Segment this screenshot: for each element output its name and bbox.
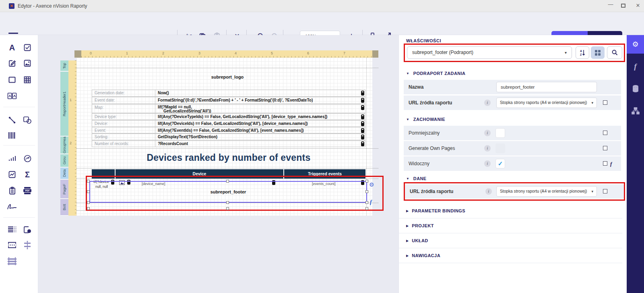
info-row[interactable]: Map: Iif(?MapId == null,GetLocalizedStri… [92, 104, 365, 113]
report-title-element[interactable]: Devices ranked by number of events [92, 152, 365, 163]
data-source-dock-icon[interactable] [627, 79, 644, 98]
section-parameter-bindings[interactable]: ▶ PARAMETER BINDINGS [399, 204, 622, 218]
ruler-tick-label: 2 [162, 51, 164, 55]
band-group-header[interactable]: GroupHea [60, 137, 68, 154]
selection-handle[interactable] [226, 201, 229, 204]
section-nawigacja[interactable]: ▶ NAWIGACJA [399, 248, 622, 263]
gauge-tool-icon[interactable] [22, 153, 33, 164]
section-projekt[interactable]: ▶ PROJEKT [399, 218, 622, 233]
selection-handle[interactable] [226, 207, 229, 210]
search-button[interactable] [607, 46, 622, 59]
selection-handle[interactable] [87, 207, 90, 210]
spacing-tool-icon[interactable] [22, 240, 33, 250]
expressions-dock-icon[interactable]: f [627, 57, 644, 76]
subreport-logo-element[interactable]: subreport_logo [161, 75, 294, 79]
property-marker-checkbox[interactable] [603, 161, 607, 166]
properties-dock-gear-icon[interactable]: ⚙ [627, 35, 644, 54]
element-selector-dropdown[interactable]: subreport_footer (Podraport) ▾ [407, 46, 572, 59]
element-tasks-gear-icon[interactable]: ⚙ [369, 181, 374, 188]
selection-handle[interactable] [87, 190, 90, 193]
svg-text:A: A [580, 50, 582, 52]
signature-tool-icon[interactable] [7, 202, 17, 212]
band-strip: Top ReportHeader1 GroupHea Grou Deta Pag… [60, 60, 68, 216]
minimize-button[interactable]: — [606, 1, 615, 7]
info-row[interactable]: Generation date: Now() [92, 89, 365, 97]
checkbox-tool-icon[interactable] [22, 42, 33, 53]
element-expression-icon[interactable]: f [370, 199, 372, 206]
pagebreak-tool-icon[interactable] [7, 240, 17, 250]
selection-handle[interactable] [87, 201, 90, 204]
pdf-tool-icon[interactable]: PDF [22, 185, 33, 196]
close-button[interactable]: ✕ [634, 2, 642, 8]
band-separator [76, 168, 378, 168]
summary-tool-icon[interactable]: Σ [22, 169, 33, 180]
report-structure-dock-icon[interactable] [627, 102, 644, 120]
shapes-tool-icon[interactable] [22, 115, 33, 125]
crossband-tool-icon[interactable] [7, 256, 17, 266]
label-tool-icon[interactable]: A [7, 42, 17, 53]
band-group-footer[interactable]: Grou [60, 154, 68, 167]
info-row[interactable]: Number of records: ?RecordsCount [92, 140, 365, 147]
selection-handle[interactable] [226, 180, 229, 183]
band-report-header[interactable]: ReportHeader1 [60, 72, 68, 136]
band-top-margin[interactable]: Top [60, 60, 68, 71]
info-row[interactable]: Sorting: GetDisplayText(?SortDirection) [92, 133, 365, 140]
shape-tool-icon[interactable] [7, 75, 17, 85]
toolbox-separator [3, 145, 35, 145]
richtext-tool-icon[interactable] [7, 58, 17, 69]
section-closed-icon: ▶ [406, 239, 409, 243]
property-marker-checkbox[interactable] [603, 189, 607, 193]
property-row-pomniejszalny: Pomniejszalny i [404, 126, 621, 140]
selection-handle[interactable] [365, 207, 368, 210]
info-row[interactable]: Device: Iif(Any(?DeviceIds) == False, Ge… [92, 120, 365, 127]
section-uklad[interactable]: ▶ UKŁAD [399, 233, 622, 248]
widoczny-checkbox[interactable]: ✓ [495, 159, 505, 168]
info-icon[interactable]: i [484, 160, 491, 167]
selection-handle[interactable] [365, 190, 368, 193]
info-row[interactable]: Event: Iif(Any(?EventIds) == False, GetL… [92, 127, 365, 133]
section-podraport-zadania[interactable]: ▼ PODRAPORT ZADANIA [406, 71, 465, 76]
info-row[interactable]: Event date: FormatString('{0:d}',?EventD… [92, 97, 365, 104]
pageinfo-tool-icon[interactable]: i [22, 224, 33, 235]
expression-f-icon[interactable]: f [610, 161, 612, 167]
info-icon[interactable]: i [484, 145, 491, 152]
band-detail[interactable]: Deta [60, 168, 68, 179]
property-marker-checkbox[interactable] [603, 146, 607, 150]
section-zachowanie[interactable]: ▼ ZACHOWANIE [406, 117, 445, 122]
url-zrodla-dane-dropdown[interactable]: Stopka strony raportu (A4 w orientacji p… [496, 186, 597, 197]
property-marker-checkbox[interactable] [603, 131, 607, 135]
info-icon[interactable]: i [485, 188, 492, 195]
sort-alphabetical-button[interactable]: AZ [576, 46, 589, 59]
nazwa-input[interactable] [496, 82, 597, 92]
pomniejszalny-checkbox[interactable] [495, 128, 505, 138]
band-page-footer[interactable]: PageF [60, 180, 68, 199]
info-row[interactable]: Device type: Iif(Any(?DeviceTypeIds) == … [92, 113, 365, 120]
selection-handle[interactable] [365, 201, 368, 204]
subreport-footer-label: subreport_footer [90, 189, 366, 194]
binding-icon [361, 98, 364, 103]
element-selector-value: subreport_footer (Podraport) [412, 50, 473, 55]
maximize-button[interactable] [621, 4, 625, 8]
property-marker-checkbox[interactable] [603, 100, 607, 105]
category-view-button[interactable] [591, 46, 605, 59]
selection-handle[interactable] [87, 180, 90, 183]
chart-tool-icon[interactable] [7, 153, 17, 164]
property-row-widoczny: Widoczny i ✓ f [404, 156, 621, 171]
subreport-tool-icon[interactable] [7, 224, 17, 235]
section-dane[interactable]: ▼ DANE [406, 176, 427, 181]
info-icon[interactable]: i [484, 100, 491, 106]
url-zrodla-dropdown[interactable]: Stopka strony raportu (A4 w orientacji p… [496, 98, 597, 108]
binding-icon [361, 105, 364, 110]
info-icon[interactable]: i [484, 130, 491, 136]
picture-tool-icon[interactable] [22, 58, 33, 69]
subreport-footer-element[interactable]: subreport_footer [89, 181, 367, 203]
clipboard-tool-icon[interactable] [7, 185, 17, 196]
columns-tool-icon[interactable] [7, 91, 17, 101]
barcode-tool-icon[interactable] [7, 130, 17, 141]
selection-handle[interactable] [365, 180, 368, 183]
table-tool-icon[interactable] [22, 75, 33, 85]
binding-icon [361, 141, 364, 146]
line-tool-icon[interactable] [7, 115, 17, 125]
band-bottom-margin[interactable]: Bott [60, 199, 68, 216]
sparkline-tool-icon[interactable] [7, 169, 17, 180]
